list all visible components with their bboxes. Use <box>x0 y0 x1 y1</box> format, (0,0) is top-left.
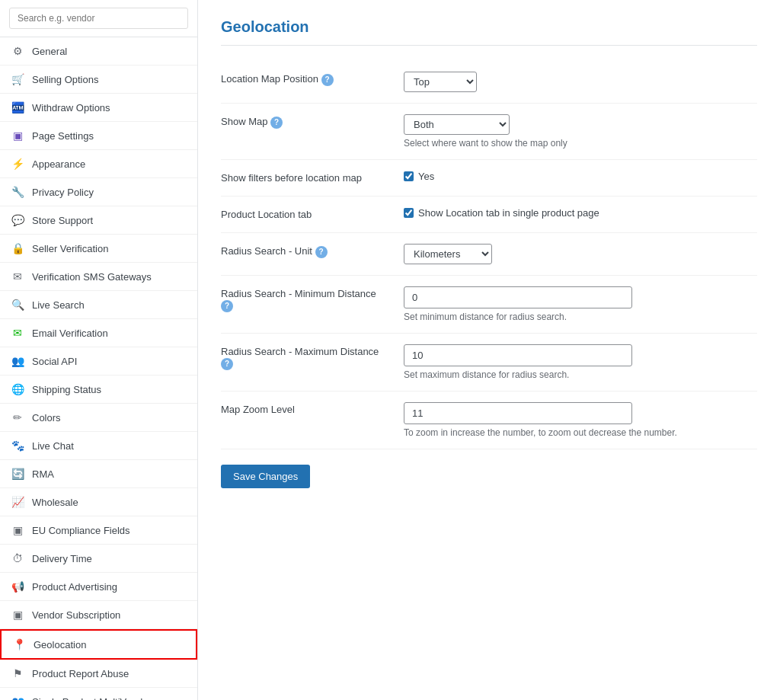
sidebar-item-email-verification[interactable]: ✉ Email Verification <box>0 319 197 347</box>
sidebar-label-verification-sms: Verification SMS Gateways <box>32 271 152 283</box>
sidebar-icon-email-verification: ✉ <box>11 327 24 339</box>
field-row-radius-search-unit: Radius Search - Unit ? KilometersMiles <box>221 233 757 276</box>
field-value-radius-search-maximum-distance: Set maximum distance for radius search. <box>404 334 757 392</box>
sidebar-label-single-product-multivendor: Single Product MultiVendor <box>32 696 152 701</box>
checkbox-product-location-tab[interactable] <box>404 208 414 218</box>
field-value-show-filters-before-location-map: Yes <box>404 160 757 197</box>
settings-form: Location Map Position ? TopBottomLeftRig… <box>221 61 757 449</box>
sidebar-item-page-settings[interactable]: ▣ Page Settings <box>0 122 197 150</box>
checkbox-label-product-location-tab: Show Location tab in single product page <box>418 207 599 219</box>
sidebar-label-live-chat: Live Chat <box>32 440 74 452</box>
description-show-map: Select where want to show the map only <box>404 138 757 149</box>
sidebar-label-selling-options: Selling Options <box>32 74 98 85</box>
field-label-product-location-tab: Product Location tab <box>221 197 404 233</box>
sidebar-label-delivery-time: Delivery Time <box>32 553 92 564</box>
checkbox-show-filters-before-location-map[interactable] <box>404 171 414 181</box>
field-value-radius-search-minimum-distance: Set minimum distance for radius search. <box>404 276 757 334</box>
select-radius-search-unit[interactable]: KilometersMiles <box>404 244 492 264</box>
field-label-map-zoom-level: Map Zoom Level <box>221 392 404 449</box>
sidebar-icon-vendor-subscription: ▣ <box>11 609 24 621</box>
sidebar-label-live-search: Live Search <box>32 299 85 311</box>
sidebar-icon-single-product-multivendor: 👥 <box>11 695 24 700</box>
field-value-radius-search-unit: KilometersMiles <box>404 233 757 276</box>
select-location-map-position[interactable]: TopBottomLeftRight <box>404 72 477 92</box>
sidebar-label-social-api: Social API <box>32 356 77 367</box>
sidebar-label-general: General <box>32 46 67 57</box>
sidebar-item-geolocation[interactable]: 📍 Geolocation <box>0 629 197 660</box>
help-icon-radius-search-maximum-distance[interactable]: ? <box>221 358 233 370</box>
sidebar-icon-live-search: 🔍 <box>11 299 24 311</box>
description-map-zoom-level: To zoom in increase the number, to zoom … <box>404 427 757 438</box>
sidebar-icon-wholesale: 📈 <box>11 496 24 508</box>
field-value-product-location-tab: Show Location tab in single product page <box>404 197 757 233</box>
sidebar-icon-privacy-policy: 🔧 <box>11 186 24 198</box>
field-value-location-map-position: TopBottomLeftRight <box>404 61 757 104</box>
sidebar-label-withdraw-options: Withdraw Options <box>32 102 110 113</box>
select-show-map[interactable]: BothShopSingle Product <box>404 114 510 135</box>
input-map-zoom-level[interactable] <box>404 402 632 424</box>
sidebar-items-list: ⚙ General 🛒 Selling Options 🏧 Withdraw O… <box>0 37 197 700</box>
field-value-show-map: BothShopSingle Product Select where want… <box>404 104 757 160</box>
sidebar-label-product-advertising: Product Advertising <box>32 581 117 593</box>
sidebar-item-delivery-time[interactable]: ⏱ Delivery Time <box>0 545 197 573</box>
sidebar-label-email-verification: Email Verification <box>32 328 108 339</box>
sidebar-item-single-product-multivendor[interactable]: 👥 Single Product MultiVendor <box>0 688 197 700</box>
sidebar-label-geolocation: Geolocation <box>34 639 86 650</box>
sidebar-label-privacy-policy: Privacy Policy <box>32 187 94 198</box>
description-radius-search-minimum-distance: Set minimum distance for radius search. <box>404 312 757 322</box>
sidebar-icon-shipping-status: 🌐 <box>11 383 24 395</box>
sidebar-item-selling-options[interactable]: 🛒 Selling Options <box>0 66 197 94</box>
sidebar-item-colors[interactable]: ✏ Colors <box>0 404 197 432</box>
field-value-map-zoom-level: To zoom in increase the number, to zoom … <box>404 392 757 449</box>
sidebar-label-shipping-status: Shipping Status <box>32 384 101 395</box>
sidebar-item-verification-sms[interactable]: ✉ Verification SMS Gateways <box>0 263 197 291</box>
help-icon-show-map[interactable]: ? <box>270 117 283 129</box>
sidebar-icon-product-report-abuse: ⚑ <box>11 667 24 679</box>
sidebar-item-shipping-status[interactable]: 🌐 Shipping Status <box>0 376 197 404</box>
field-row-radius-search-maximum-distance: Radius Search - Maximum Distance ? Set m… <box>221 334 757 392</box>
sidebar-label-product-report-abuse: Product Report Abuse <box>32 668 129 679</box>
sidebar-item-store-support[interactable]: 💬 Store Support <box>0 206 197 235</box>
sidebar-label-vendor-subscription: Vendor Subscription <box>32 609 120 621</box>
sidebar-icon-rma: 🔄 <box>11 468 24 480</box>
page-title: Geolocation <box>221 18 757 46</box>
search-input[interactable] <box>9 8 188 29</box>
sidebar-item-privacy-policy[interactable]: 🔧 Privacy Policy <box>0 178 197 206</box>
field-label-radius-search-maximum-distance: Radius Search - Maximum Distance ? <box>221 334 404 392</box>
sidebar-item-rma[interactable]: 🔄 RMA <box>0 460 197 488</box>
field-label-radius-search-minimum-distance: Radius Search - Minimum Distance ? <box>221 276 404 334</box>
sidebar-label-page-settings: Page Settings <box>32 130 94 142</box>
sidebar-icon-eu-compliance: ▣ <box>11 524 24 536</box>
sidebar-item-general[interactable]: ⚙ General <box>0 37 197 66</box>
sidebar-item-live-chat[interactable]: 🐾 Live Chat <box>0 432 197 460</box>
input-radius-search-minimum-distance[interactable] <box>404 286 632 308</box>
sidebar-label-eu-compliance: EU Compliance Fields <box>32 525 130 536</box>
help-icon-radius-search-minimum-distance[interactable]: ? <box>221 300 233 312</box>
sidebar-item-withdraw-options[interactable]: 🏧 Withdraw Options <box>0 94 197 122</box>
sidebar-icon-social-api: 👥 <box>11 355 24 367</box>
checkbox-label-show-filters-before-location-map: Yes <box>418 171 434 182</box>
sidebar-icon-product-advertising: 📢 <box>11 580 24 593</box>
sidebar-item-social-api[interactable]: 👥 Social API <box>0 347 197 376</box>
sidebar-item-seller-verification[interactable]: 🔒 Seller Verification <box>0 235 197 263</box>
sidebar-icon-verification-sms: ✉ <box>11 270 24 283</box>
sidebar-item-vendor-subscription[interactable]: ▣ Vendor Subscription <box>0 601 197 629</box>
sidebar-icon-general: ⚙ <box>11 45 24 57</box>
input-radius-search-maximum-distance[interactable] <box>404 344 632 366</box>
sidebar-item-eu-compliance[interactable]: ▣ EU Compliance Fields <box>0 516 197 545</box>
sidebar-label-store-support: Store Support <box>32 215 93 226</box>
sidebar-item-wholesale[interactable]: 📈 Wholesale <box>0 488 197 516</box>
help-icon-location-map-position[interactable]: ? <box>321 74 334 86</box>
save-button[interactable]: Save Changes <box>221 465 310 488</box>
sidebar-item-appearance[interactable]: ⚡ Appearance <box>0 150 197 178</box>
sidebar-item-product-advertising[interactable]: 📢 Product Advertising <box>0 573 197 601</box>
sidebar-label-colors: Colors <box>32 412 61 424</box>
field-row-map-zoom-level: Map Zoom Level To zoom in increase the n… <box>221 392 757 449</box>
field-label-location-map-position: Location Map Position ? <box>221 61 404 104</box>
help-icon-radius-search-unit[interactable]: ? <box>315 246 328 258</box>
sidebar-item-product-report-abuse[interactable]: ⚑ Product Report Abuse <box>0 660 197 688</box>
sidebar-item-live-search[interactable]: 🔍 Live Search <box>0 291 197 319</box>
sidebar-icon-selling-options: 🛒 <box>11 73 24 85</box>
main-content: Geolocation Location Map Position ? TopB… <box>198 0 780 700</box>
sidebar-icon-colors: ✏ <box>11 411 24 424</box>
